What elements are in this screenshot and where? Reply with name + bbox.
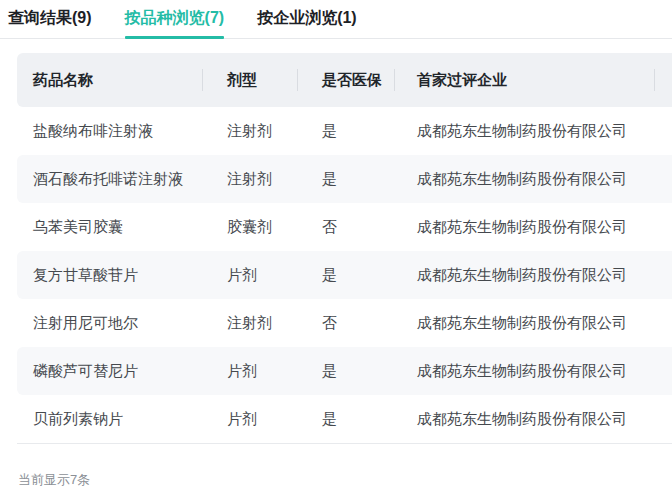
cell-dosage-form: 胶囊剂 [203,218,298,237]
cell-dosage-form: 注射剂 [203,314,298,333]
cell-dosage-form: 注射剂 [203,170,298,189]
cell-insurance: 是 [298,122,395,141]
cell-drug-name: 乌苯美司胶囊 [17,218,203,237]
cell-insurance: 是 [298,362,395,381]
page: 查询结果(9) 按品种浏览(7) 按企业浏览(1) 药品名称 剂型 是否医保 首… [0,0,672,500]
column-header-empty [655,53,672,107]
table-header: 药品名称 剂型 是否医保 首家过评企业 [17,53,672,107]
cell-insurance: 否 [298,314,395,333]
cell-company: 成都苑东生物制药股份有限公司 [395,362,655,381]
column-header-company: 首家过评企业 [395,53,655,107]
cell-drug-name: 注射用尼可地尔 [17,314,203,333]
drug-table: 药品名称 剂型 是否医保 首家过评企业 盐酸纳布啡注射液注射剂是成都苑东生物制药… [17,53,672,444]
cell-dosage-form: 片剂 [203,362,298,381]
table-row[interactable]: 盐酸纳布啡注射液注射剂是成都苑东生物制药股份有限公司 [17,107,672,155]
tab-browse-by-enterprise[interactable]: 按企业浏览(1) [257,0,357,39]
tab-query-results[interactable]: 查询结果(9) [8,0,92,39]
table-body: 盐酸纳布啡注射液注射剂是成都苑东生物制药股份有限公司酒石酸布托啡诺注射液注射剂是… [17,107,672,444]
cell-company: 成都苑东生物制药股份有限公司 [395,314,655,333]
cell-company: 成都苑东生物制药股份有限公司 [395,218,655,237]
tab-browse-by-variety[interactable]: 按品种浏览(7) [125,0,225,39]
cell-insurance: 是 [298,170,395,189]
table-row[interactable]: 磷酸芦可替尼片片剂是成都苑东生物制药股份有限公司 [17,347,672,395]
cell-insurance: 否 [298,218,395,237]
table-row[interactable]: 复方甘草酸苷片片剂是成都苑东生物制药股份有限公司 [17,251,672,299]
table-row[interactable]: 酒石酸布托啡诺注射液注射剂是成都苑东生物制药股份有限公司 [17,155,672,203]
column-header-insurance: 是否医保 [298,53,395,107]
cell-insurance: 是 [298,410,395,429]
cell-company: 成都苑东生物制药股份有限公司 [395,170,655,189]
cell-drug-name: 磷酸芦可替尼片 [17,362,203,381]
cell-dosage-form: 注射剂 [203,122,298,141]
cell-company: 成都苑东生物制药股份有限公司 [395,266,655,285]
result-count-text: 当前显示7条 [18,471,672,489]
cell-company: 成都苑东生物制药股份有限公司 [395,122,655,141]
cell-dosage-form: 片剂 [203,410,298,429]
cell-drug-name: 贝前列素钠片 [17,410,203,429]
table-row[interactable]: 注射用尼可地尔注射剂否成都苑东生物制药股份有限公司 [17,299,672,347]
cell-drug-name: 盐酸纳布啡注射液 [17,122,203,141]
cell-company: 成都苑东生物制药股份有限公司 [395,410,655,429]
cell-drug-name: 酒石酸布托啡诺注射液 [17,170,203,189]
column-header-dosage-form: 剂型 [203,53,298,107]
column-header-drug-name: 药品名称 [17,53,203,107]
tab-bar: 查询结果(9) 按品种浏览(7) 按企业浏览(1) [0,0,672,39]
table-row[interactable]: 贝前列素钠片片剂是成都苑东生物制药股份有限公司 [17,395,672,443]
cell-dosage-form: 片剂 [203,266,298,285]
cell-insurance: 是 [298,266,395,285]
cell-drug-name: 复方甘草酸苷片 [17,266,203,285]
table-row[interactable]: 乌苯美司胶囊胶囊剂否成都苑东生物制药股份有限公司 [17,203,672,251]
